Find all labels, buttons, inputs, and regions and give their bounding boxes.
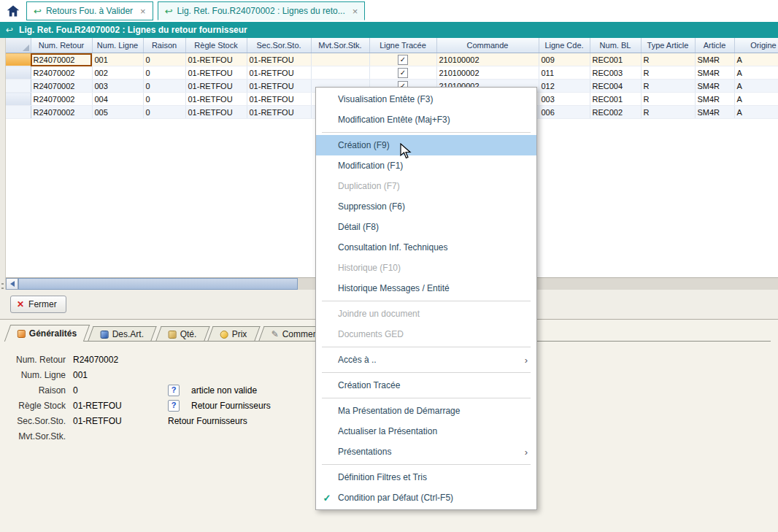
column-header[interactable]: Sec.Sor.Sto. [247,38,311,53]
menu-item[interactable]: Présentations› [316,442,536,462]
column-header[interactable]: Origine [734,38,778,53]
column-header[interactable]: Ligne Cde. [539,38,590,53]
close-tab-icon[interactable]: × [353,6,358,17]
grid-cell[interactable]: SM4R [695,66,734,80]
grid-cell[interactable]: A [734,66,778,80]
scrollbar-thumb[interactable] [18,278,298,290]
grid-cell[interactable]: R [641,106,695,119]
row-selector[interactable] [6,106,31,119]
grid-cell[interactable]: 01-RETFOU [185,93,247,106]
grid-cell[interactable]: 210100002 [436,53,539,66]
select-all-header[interactable] [6,38,31,53]
detail-tab-generalites[interactable]: Généralités [4,325,90,342]
grid-cell[interactable]: 01-RETFOU [185,106,247,119]
grid-cell[interactable]: 01-RETFOU [185,80,247,93]
close-tab-icon[interactable]: × [140,6,146,17]
grid-cell[interactable]: 0 [143,66,185,80]
column-header[interactable]: Commande [436,38,539,53]
menu-item[interactable]: Définition Filtres et Tris [316,467,536,487]
detail-tab-prix[interactable]: Prix [208,326,261,341]
grid-cell[interactable]: R24070002 [31,106,92,119]
grid-cell[interactable]: A [734,80,778,93]
grid-cell[interactable]: REC003 [590,66,641,80]
grid-cell[interactable]: 003 [539,93,590,106]
grid-cell[interactable]: R [641,80,695,93]
row-selector[interactable] [6,80,31,93]
grid-cell[interactable]: R [641,53,695,66]
grid-cell[interactable]: SM4R [695,93,734,106]
column-header[interactable]: Article [695,38,734,53]
row-selector[interactable] [6,66,31,80]
grid-cell[interactable]: R [641,93,695,106]
grid-cell[interactable]: 012 [539,80,590,93]
grid-cell[interactable]: 002 [92,66,143,80]
grid-cell[interactable]: A [734,53,778,66]
grid-cell[interactable]: R24070002 [31,53,92,66]
grid-cell[interactable] [311,66,369,80]
grid-cell[interactable]: 01-RETFOU [247,80,311,93]
column-header[interactable]: Règle Stock [185,38,247,53]
grid-cell[interactable]: R24070002 [31,66,92,80]
ligne-tracee-checkbox[interactable]: ✓ [398,68,408,78]
grid-cell[interactable]: REC001 [590,93,641,106]
column-header[interactable]: Num. Ligne [92,38,143,53]
menu-item[interactable]: Visualisation Entête (F3) [316,89,536,109]
tab-lig-ret-fou[interactable]: ↩ Lig. Ret. Fou.R24070002 : Lignes du re… [158,1,366,20]
grid-cell[interactable]: R24070002 [31,80,92,93]
grid-cell[interactable]: A [734,93,778,106]
column-header[interactable]: Mvt.Sor.Stk. [311,38,369,53]
row-selector[interactable] [6,93,31,106]
grid-cell[interactable]: REC004 [590,80,641,93]
grid-cell[interactable]: 0 [143,80,185,93]
grid-cell[interactable]: 001 [92,53,143,66]
grid-cell[interactable]: SM4R [695,80,734,93]
grid-cell[interactable]: ✓ [369,66,436,80]
column-header[interactable]: Ligne Tracée [369,38,436,53]
grid-cell[interactable]: A [734,106,778,119]
tab-retours-fou-a-valider[interactable]: ↩ Retours Fou. à Valider × [26,1,153,20]
column-header[interactable]: Num. BL [590,38,641,53]
menu-item[interactable]: Détail (F8) [316,217,536,237]
left-splitter[interactable] [0,38,6,290]
grid-cell[interactable] [311,53,369,66]
grid-cell[interactable]: 01-RETFOU [247,66,311,80]
row-selector[interactable] [6,53,31,66]
grid-cell[interactable]: 011 [539,66,590,80]
menu-item[interactable]: Ma Présentation de Démarrage [316,401,536,421]
grid-cell[interactable]: REC002 [590,106,641,119]
menu-item[interactable]: Historique Messages / Entité [316,278,536,298]
grid-cell[interactable]: 210100002 [436,66,539,80]
grid-cell[interactable]: R24070002 [31,93,92,106]
detail-tab-des-art[interactable]: Des.Art. [88,326,158,341]
menu-item[interactable]: Création (F9) [316,135,536,155]
help-button[interactable]: ? [168,400,180,412]
grid-cell[interactable]: 0 [143,106,185,119]
grid-cell[interactable]: ✓ [369,53,436,66]
menu-item[interactable]: ✓Condition par Défaut (Ctrl-F5) [316,487,536,508]
menu-item[interactable]: Suppression (F6) [316,196,536,217]
grid-cell[interactable]: R [641,66,695,80]
grid-cell[interactable]: SM4R [695,106,734,119]
menu-item[interactable]: Consultation Inf. Techniques [316,237,536,258]
grid-cell[interactable]: 01-RETFOU [185,53,247,66]
grid-cell[interactable]: 0 [143,53,185,66]
detail-tab-qte[interactable]: Qté. [155,326,209,341]
grid-cell[interactable]: 006 [539,106,590,119]
grid-cell[interactable]: 01-RETFOU [185,66,247,80]
fermer-button[interactable]: ✕ Fermer [10,296,66,313]
menu-item[interactable]: Modification (F1) [316,155,536,176]
grid-cell[interactable]: SM4R [695,53,734,66]
grid-cell[interactable]: 003 [92,80,143,93]
grid-cell[interactable]: 01-RETFOU [247,106,311,119]
column-header[interactable]: Num. Retour [31,38,92,53]
grid-cell[interactable]: 01-RETFOU [247,93,311,106]
grid-cell[interactable]: 005 [92,106,143,119]
ligne-tracee-checkbox[interactable]: ✓ [398,55,408,65]
grid-cell[interactable]: REC001 [590,53,641,66]
grid-cell[interactable]: 0 [143,93,185,106]
menu-item[interactable]: Accès à ..› [316,350,536,370]
help-button[interactable]: ? [168,385,180,396]
menu-item[interactable]: Actualiser la Présentation [316,421,536,442]
grid-cell[interactable]: 01-RETFOU [247,53,311,66]
column-header[interactable]: Raison [143,38,185,53]
